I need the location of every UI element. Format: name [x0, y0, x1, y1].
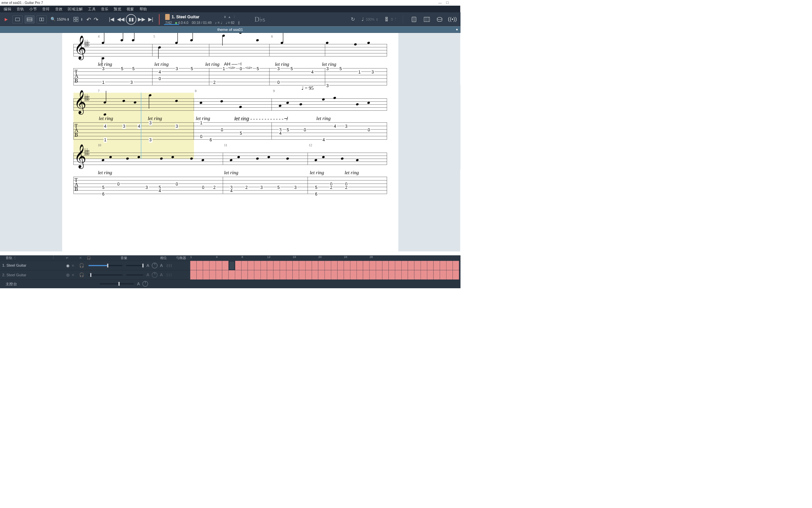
fretboard-icon[interactable] [410, 15, 418, 24]
fret-number[interactable]: 3 [344, 124, 348, 129]
fret-number[interactable]: 6 [314, 192, 318, 197]
layout-grid-icon[interactable] [73, 16, 79, 23]
current-track-name[interactable]: 1. Steel Guitar [172, 15, 200, 19]
more-icon[interactable]: ⋮ [233, 15, 236, 19]
menu-bar[interactable]: 小节 [29, 7, 37, 12]
menu-effect[interactable]: 音效 [55, 7, 63, 12]
tune-value[interactable]: 0 [391, 17, 393, 21]
visibility-icon[interactable]: ◎ [64, 272, 72, 277]
fret-number[interactable]: 4 [230, 188, 233, 194]
menu-window[interactable]: 视窗 [127, 7, 134, 12]
pan-knob[interactable] [152, 263, 157, 268]
view-horizontal-button[interactable] [25, 15, 35, 24]
fret-number[interactable]: 1 [102, 80, 105, 85]
fret-number[interactable]: 2 [212, 185, 216, 190]
fret-number[interactable]: 0 [158, 77, 161, 81]
volume-slider[interactable] [88, 265, 122, 266]
pause-button[interactable]: ▮▮ [126, 14, 137, 25]
fret-number[interactable]: 0 [367, 127, 371, 132]
fret-number[interactable]: 5 [339, 67, 342, 72]
fret-number[interactable]: 2 [344, 185, 348, 190]
fret-number[interactable]: 5 [121, 67, 124, 72]
fret-number[interactable]: 4 [158, 70, 161, 75]
volume-slider[interactable] [88, 274, 122, 275]
score-area[interactable]: 𝄞 ♭♭♭♭♭♭ 4 5 6 TAB let ring let ring let… [0, 33, 461, 252]
fret-number[interactable]: 1 [104, 138, 107, 143]
keyboard-icon[interactable] [423, 15, 431, 24]
drum-icon[interactable] [436, 15, 444, 24]
fret-number[interactable]: 0 [303, 127, 306, 132]
menu-note[interactable]: 音符 [42, 7, 50, 12]
fret-number[interactable]: 0 [116, 181, 120, 186]
track-row-1[interactable]: 1. Steel Guitar ◉ ✕ 🎧 A A ⫶⫶⫶ [0, 261, 461, 270]
fret-number[interactable]: 3 [175, 124, 179, 129]
fret-number[interactable]: 0 [277, 80, 280, 85]
fret-number[interactable]: 0 [175, 181, 179, 186]
bar-cells[interactable] [190, 261, 461, 270]
menu-music[interactable]: 音乐 [101, 7, 109, 12]
master-pan-knob[interactable] [143, 281, 148, 287]
go-end-button[interactable]: ▶| [147, 16, 154, 23]
fret-number[interactable]: 3 [149, 121, 152, 126]
visibility-icon[interactable]: ◉ [64, 263, 72, 268]
tune-icon[interactable]: 🎛 [384, 16, 389, 23]
fret-number[interactable]: 5 [286, 127, 289, 132]
fret-number[interactable]: 6 [209, 138, 212, 143]
zoom-control[interactable]: 🔍 150% ▴▾ [50, 17, 69, 22]
fret-number[interactable]: 0 [200, 134, 203, 139]
mute-header-icon[interactable]: ✕ [79, 256, 82, 260]
menu-section[interactable]: 区域注解 [68, 7, 83, 12]
hourglass-icon[interactable]: ⧗ [224, 15, 226, 19]
view-vertical-button[interactable] [37, 15, 47, 24]
menu-tools[interactable]: 工具 [88, 7, 96, 12]
volume-slider-2[interactable] [126, 274, 143, 275]
fret-number[interactable]: 2 [330, 185, 333, 190]
track-row-2[interactable]: 2. Steel Guitar ◎ ✕ 🎧 A A ⫶⫶⫶ [0, 270, 461, 280]
fret-number[interactable]: 6 [102, 192, 105, 197]
tune-stepper-icon[interactable]: +− [395, 18, 396, 21]
master-track[interactable]: 主控台 A [0, 280, 461, 288]
solo-header-icon[interactable]: 🎧 [87, 256, 91, 260]
fret-number[interactable]: 5 [102, 185, 105, 190]
fret-number[interactable]: 4 [279, 131, 282, 136]
tuner-icon[interactable]: ((•)) [448, 15, 457, 24]
fret-number[interactable]: <12> [245, 67, 253, 70]
fret-number[interactable]: 1 [358, 70, 361, 75]
fret-number[interactable]: 0 [239, 67, 243, 72]
fret-number[interactable]: 4 [138, 124, 141, 129]
automation-a2[interactable]: A [158, 272, 164, 277]
fret-number[interactable]: 0 [220, 127, 224, 132]
fret-number[interactable]: 2 [245, 185, 248, 190]
speed-percent[interactable]: 100% [366, 17, 374, 21]
mute-icon[interactable]: ✕ [71, 272, 79, 277]
fret-number[interactable]: 4 [311, 70, 314, 75]
fret-number[interactable]: 2 [212, 80, 216, 85]
fret-number[interactable]: 3 [326, 67, 329, 72]
fret-number[interactable]: 3 [277, 67, 280, 72]
fret-number[interactable]: 4 [333, 124, 337, 129]
fret-number[interactable]: 3 [326, 83, 329, 88]
bar-cells[interactable] [190, 270, 461, 280]
maximize-button[interactable]: ☐ [444, 1, 451, 5]
fret-number[interactable]: 5 [256, 67, 259, 72]
menu-preview[interactable]: 预览 [114, 7, 121, 12]
rewind-button[interactable]: ◀◀ [117, 16, 125, 23]
fret-number[interactable]: 5 [190, 67, 193, 72]
view-single-button[interactable] [12, 15, 22, 24]
layout-stepper-icon[interactable]: ▴▾ [81, 17, 82, 21]
fret-number[interactable]: 5 [277, 185, 280, 190]
fret-number[interactable]: 4 [322, 138, 325, 143]
automation-a2[interactable]: A [158, 263, 164, 268]
volume-slider-2[interactable] [126, 265, 143, 266]
fret-number[interactable]: 4 [104, 124, 107, 129]
fret-number[interactable]: 1 [200, 121, 203, 126]
fret-number[interactable]: 5 [239, 131, 243, 136]
eq-icon[interactable]: ⫶⫶⫶ [166, 272, 172, 277]
menu-edit[interactable]: 编辑 [4, 7, 11, 12]
pan-knob[interactable] [152, 272, 157, 278]
metronome-icon[interactable]: ▲ [228, 15, 231, 19]
loop-icon[interactable]: ↻ [351, 16, 355, 23]
fret-number[interactable]: 3 [145, 185, 148, 190]
fret-number[interactable]: 3 [102, 67, 105, 72]
playback-progress[interactable] [164, 24, 179, 25]
